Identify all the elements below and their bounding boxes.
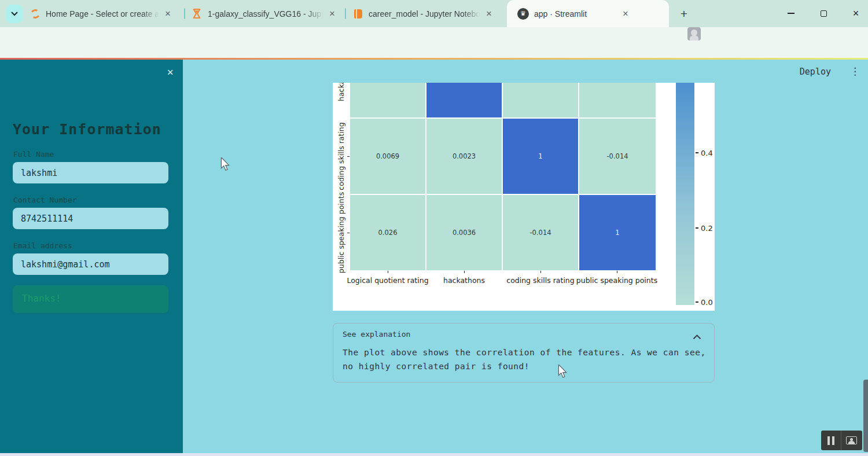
tab-home-page[interactable]: Home Page - Select or create a × [30, 0, 179, 27]
close-tab-icon[interactable]: × [329, 9, 335, 19]
app-header: Deploy ⋮ [183, 60, 868, 83]
window-close-button[interactable]: × [847, 6, 865, 21]
x-tick [540, 271, 541, 273]
new-tab-button[interactable]: + [677, 7, 691, 21]
colorbar-tick-label: 0.0 [701, 298, 713, 307]
y-tick [347, 233, 350, 233]
extension-person-icon[interactable] [687, 27, 701, 41]
sidebar-close-icon[interactable]: × [167, 67, 174, 78]
heatmap-cell [426, 83, 502, 117]
tab-title: career_model - Jupyter Notebo [369, 9, 480, 19]
y-tick [347, 156, 350, 157]
heatmap-cell: 1 [503, 119, 578, 194]
window-maximize-button[interactable] [815, 6, 832, 21]
heatmap-cell: 0.0069 [350, 119, 425, 194]
streamlit-app: × Your Information Full Name Contact Num… [0, 60, 868, 453]
tab-title: Home Page - Select or create a [46, 9, 159, 19]
heatmap-cell [503, 83, 578, 117]
vertical-scrollbar-thumb[interactable] [863, 380, 868, 452]
email-address-field[interactable] [13, 253, 168, 275]
close-tab-icon[interactable]: × [165, 9, 171, 19]
tab-career-model-notebook[interactable]: career_model - Jupyter Notebo × [353, 0, 502, 27]
chevron-up-icon[interactable] [693, 331, 701, 342]
chevron-down-icon [11, 12, 18, 16]
tab-galaxy-notebook[interactable]: 1-galaxy_classify_VGG16 - Jupyt × [192, 0, 340, 27]
colorbar-tick [696, 301, 698, 303]
close-tab-icon[interactable]: × [486, 9, 492, 19]
tab-title: 1-galaxy_classify_VGG16 - Jupyt [208, 9, 323, 19]
tab-search-button[interactable] [6, 5, 23, 23]
colorbar-tick [696, 227, 698, 229]
email-address-label: Email address [13, 241, 72, 250]
tab-separator [184, 8, 185, 19]
maximize-icon [821, 10, 827, 17]
window-minimize-button[interactable] [782, 6, 800, 21]
mouse-cursor [219, 157, 231, 171]
recording-controls [821, 431, 862, 450]
pause-button[interactable] [821, 431, 841, 450]
notebook-icon [353, 9, 363, 19]
sidebar: × Your Information Full Name Contact Num… [0, 60, 183, 453]
x-tick [617, 271, 617, 273]
taskbar-edge [0, 453, 868, 456]
close-tab-icon[interactable]: × [623, 9, 628, 19]
expander-title: See explanation [343, 330, 410, 339]
tab-title: app · Streamlit [534, 9, 587, 19]
screen: Home Page - Select or create a × 1-galax… [0, 0, 868, 456]
explanation-expander: See explanation The plot above shows the… [333, 323, 715, 383]
colorbar [676, 83, 694, 305]
x-tick [464, 271, 465, 273]
expander-header[interactable]: See explanation [333, 323, 714, 345]
browser-tabstrip: Home Page - Select or create a × 1-galax… [0, 0, 868, 27]
expander-body-line: no highly correlated pair is found! [343, 362, 529, 371]
orange-arcs-icon [30, 9, 41, 19]
minimize-icon [788, 13, 795, 14]
app-menu-icon[interactable]: ⋮ [850, 65, 860, 77]
full-name-field[interactable] [13, 162, 168, 183]
colorbar-tick [696, 152, 698, 153]
x-tick [388, 271, 388, 273]
contact-number-field[interactable] [13, 208, 168, 229]
success-message-text: Thanks! [22, 293, 61, 304]
person-frame-icon [846, 436, 857, 444]
success-message-box: Thanks! [13, 285, 168, 313]
expander-body-line: The plot above shows the correlation of … [343, 348, 706, 357]
heatmap-cell: 1 [579, 195, 656, 270]
colorbar-tick-label: 0.2 [701, 224, 713, 233]
full-name-label: Full Name [13, 150, 54, 159]
x-axis-label-public-speaking: public speaking points [571, 276, 663, 285]
streamlit-crown-icon: ♛ [517, 8, 529, 20]
sidebar-title: Your Information [13, 121, 161, 138]
heatmap-cell: 0.0023 [426, 119, 502, 194]
heatmap-cell [579, 83, 656, 117]
heatmap-cell [350, 83, 425, 117]
deploy-button[interactable]: Deploy [800, 67, 831, 77]
contact-number-label: Contact Number [13, 196, 77, 204]
tab-streamlit-app-active[interactable]: ♛ app · Streamlit × [507, 0, 669, 27]
heatmap-cell: -0.014 [503, 195, 578, 270]
pause-icon [827, 436, 830, 445]
webcam-pip-button[interactable] [841, 431, 862, 450]
colorbar-tick-label: 0.4 [701, 149, 713, 157]
tab-separator [345, 8, 346, 19]
heatmap-cell: -0.014 [579, 119, 656, 194]
browser-toolbar: ← → ↻ i localhost:8501 ☆ OK OK ⋮ [0, 27, 868, 58]
hourglass-icon [192, 9, 203, 19]
heatmap-cell: 0.026 [350, 195, 425, 270]
correlation-heatmap-figure: 0.0069 0.0023 1 -0.014 0.026 0.0036 -0.0… [333, 83, 715, 311]
heatmap-cell: 0.0036 [426, 195, 502, 270]
